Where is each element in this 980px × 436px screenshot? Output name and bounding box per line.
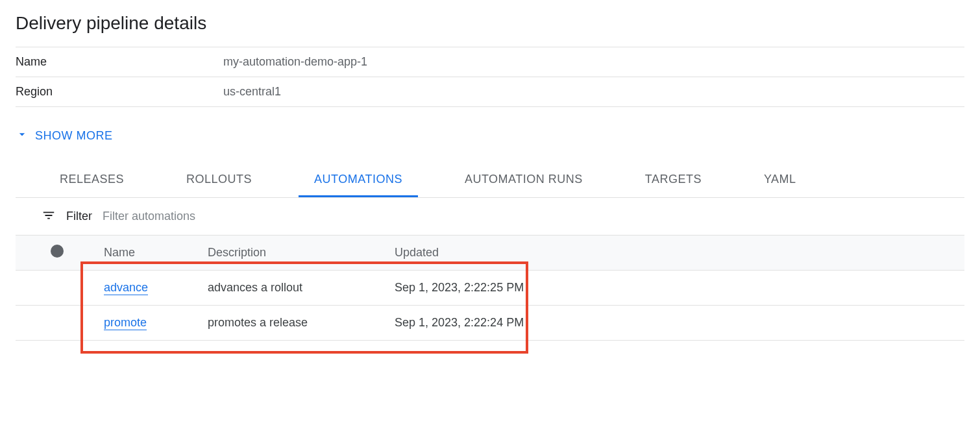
tab-yaml[interactable]: YAML xyxy=(748,162,812,197)
details-row: Region us-central1 xyxy=(16,77,964,107)
tab-automations[interactable]: AUTOMATIONS xyxy=(299,162,418,197)
filter-bar: Filter xyxy=(16,198,964,235)
details-value-name: my-automation-demo-app-1 xyxy=(223,47,964,77)
name-header: Name xyxy=(99,236,202,271)
table-row: promote promotes a release Sep 1, 2023, … xyxy=(16,306,964,341)
description-header: Description xyxy=(202,236,389,271)
details-table: Name my-automation-demo-app-1 Region us-… xyxy=(16,47,964,107)
row-description: promotes a release xyxy=(202,306,389,341)
status-indicator-icon xyxy=(51,245,64,258)
status-header xyxy=(16,236,99,271)
row-updated: Sep 1, 2023, 2:22:25 PM xyxy=(389,271,964,306)
filter-label: Filter xyxy=(66,210,92,223)
show-more-button[interactable]: SHOW MORE xyxy=(16,128,113,144)
table-row: advance advances a rollout Sep 1, 2023, … xyxy=(16,271,964,306)
automation-link-promote[interactable]: promote xyxy=(104,316,147,330)
automation-link-advance[interactable]: advance xyxy=(104,281,148,295)
chevron-down-icon xyxy=(16,128,29,144)
row-updated: Sep 1, 2023, 2:22:24 PM xyxy=(389,306,964,341)
tab-targets[interactable]: TARGETS xyxy=(630,162,717,197)
details-value-region: us-central1 xyxy=(223,77,964,107)
automations-table: Name Description Updated advance advance… xyxy=(16,235,964,341)
details-label-region: Region xyxy=(16,77,223,107)
tabs: RELEASES ROLLOUTS AUTOMATIONS AUTOMATION… xyxy=(16,162,964,198)
row-name: promote xyxy=(99,306,202,341)
table-wrapper: Name Description Updated advance advance… xyxy=(16,235,964,341)
tab-automation-runs[interactable]: AUTOMATION RUNS xyxy=(449,162,598,197)
table-header-row: Name Description Updated xyxy=(16,236,964,271)
updated-header: Updated xyxy=(389,236,964,271)
tab-rollouts[interactable]: ROLLOUTS xyxy=(171,162,267,197)
details-label-name: Name xyxy=(16,47,223,77)
row-description: advances a rollout xyxy=(202,271,389,306)
filter-icon xyxy=(42,208,56,224)
filter-input[interactable] xyxy=(103,210,938,223)
details-row: Name my-automation-demo-app-1 xyxy=(16,47,964,77)
page-title: Delivery pipeline details xyxy=(16,13,964,34)
tab-releases[interactable]: RELEASES xyxy=(44,162,140,197)
row-name: advance xyxy=(99,271,202,306)
show-more-label: SHOW MORE xyxy=(35,129,113,143)
row-status xyxy=(16,306,99,341)
row-status xyxy=(16,271,99,306)
